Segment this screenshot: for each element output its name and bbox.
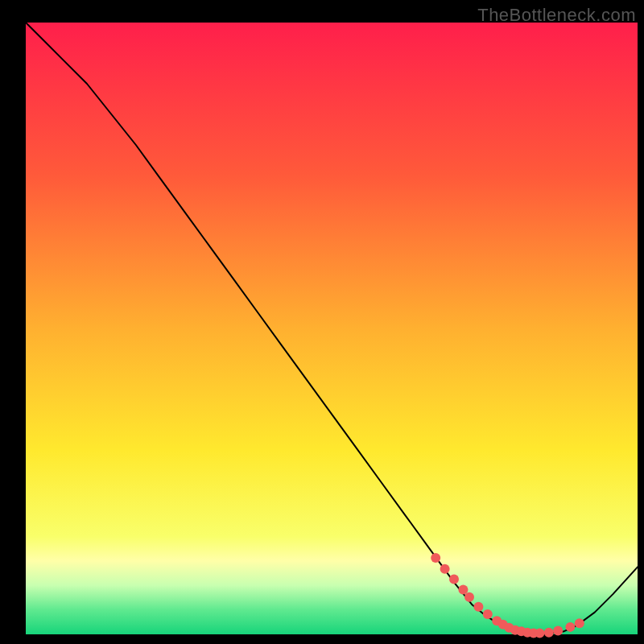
highlight-dot: [544, 628, 554, 638]
highlight-dot: [553, 625, 563, 635]
highlight-dot: [483, 609, 493, 619]
watermark-text: TheBottleneck.com: [477, 5, 636, 26]
plot-background: [26, 23, 638, 634]
highlight-dot: [565, 622, 575, 632]
highlight-dot: [473, 602, 483, 612]
chart-stage: TheBottleneck.com: [0, 0, 644, 644]
highlight-dot: [464, 592, 474, 602]
highlight-dot: [440, 564, 450, 574]
highlight-dot: [575, 618, 584, 628]
bottleneck-curve-chart: [0, 0, 644, 644]
highlight-dot: [431, 553, 440, 563]
highlight-dot: [449, 575, 459, 584]
highlight-dot: [535, 628, 544, 638]
